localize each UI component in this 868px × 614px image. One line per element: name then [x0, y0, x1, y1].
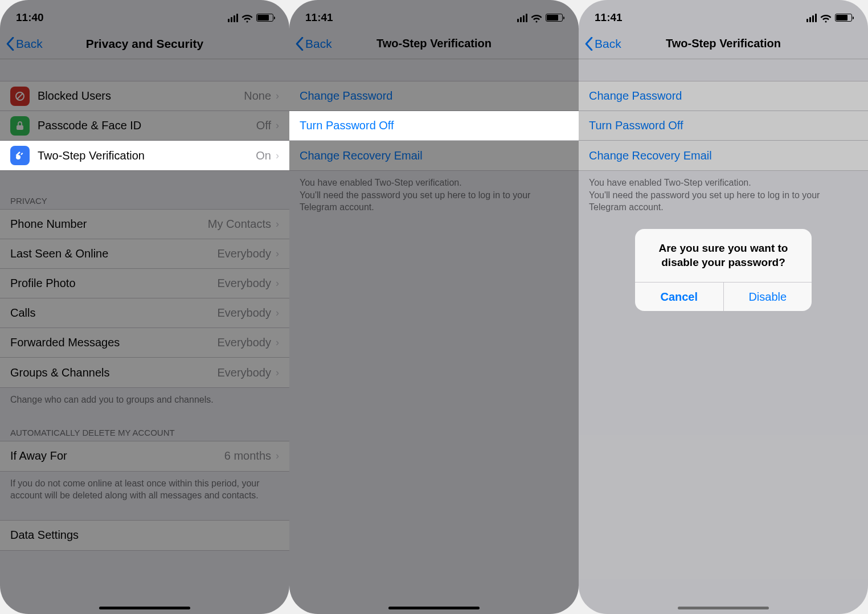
twostep-footer: You have enabled Two-Step verification. …: [289, 171, 579, 219]
privacy-group: Phone Number My Contacts › Last Seen & O…: [0, 209, 289, 388]
row-value: None: [244, 89, 271, 103]
row-groups-channels[interactable]: Groups & Channels Everybody ›: [0, 358, 289, 387]
svg-rect-2: [17, 125, 23, 130]
status-indicators: [228, 14, 273, 22]
row-label: Last Seen & Online: [10, 247, 218, 260]
chevron-right-icon: ›: [276, 248, 279, 260]
section-header-privacy: PRIVACY: [0, 193, 289, 209]
row-change-recovery-email[interactable]: Change Recovery Email: [289, 141, 579, 170]
row-label: Profile Photo: [10, 277, 218, 290]
row-turn-password-off[interactable]: Turn Password Off: [289, 111, 579, 141]
status-time: 11:40: [16, 11, 44, 24]
disable-button[interactable]: Disable: [724, 283, 812, 311]
row-calls[interactable]: Calls Everybody ›: [0, 298, 289, 328]
chevron-right-icon: ›: [276, 367, 279, 379]
row-value: Everybody: [218, 336, 272, 349]
row-value: 6 months: [224, 449, 271, 462]
row-label: Blocked Users: [38, 89, 244, 103]
blocked-icon: [10, 87, 30, 106]
alert-buttons: Cancel Disable: [635, 283, 812, 311]
svg-line-1: [17, 93, 23, 99]
row-value: On: [256, 149, 271, 162]
lock-icon: [10, 116, 30, 136]
svg-rect-5: [21, 153, 23, 155]
wifi-icon: [531, 14, 542, 22]
row-label: Groups & Channels: [10, 366, 218, 379]
settings-list[interactable]: Change Password Turn Password Off Change…: [289, 59, 579, 614]
row-value: Everybody: [218, 366, 272, 379]
back-label: Back: [16, 37, 43, 51]
delete-footer: If you do not come online at least once …: [0, 472, 289, 507]
twostep-group: Change Password Turn Password Off Change…: [289, 81, 579, 171]
battery-icon: [546, 14, 563, 22]
chevron-right-icon: ›: [276, 337, 279, 349]
cancel-button[interactable]: Cancel: [635, 283, 724, 311]
security-group: Blocked Users None › Passcode & Face ID …: [0, 81, 289, 171]
row-value: Off: [256, 119, 271, 132]
status-indicators: [517, 14, 563, 22]
confirm-disable-alert: Are you sure you want to disable your pa…: [635, 229, 812, 311]
row-label: Turn Password Off: [300, 119, 568, 132]
back-label: Back: [305, 37, 332, 51]
panel-two-step-1: 11:41 Back Two-Step Verification Change …: [289, 0, 579, 614]
status-bar: 11:41: [289, 0, 579, 28]
row-label: Change Password: [300, 89, 568, 103]
row-label: Change Recovery Email: [300, 149, 568, 162]
page-title: Privacy and Security: [0, 37, 289, 51]
row-label: If Away For: [10, 449, 224, 462]
row-phone-number[interactable]: Phone Number My Contacts ›: [0, 210, 289, 239]
chevron-right-icon: ›: [276, 120, 279, 132]
row-blocked-users[interactable]: Blocked Users None ›: [0, 81, 289, 111]
row-label: Calls: [10, 306, 218, 320]
row-passcode-faceid[interactable]: Passcode & Face ID Off ›: [0, 111, 289, 141]
row-last-seen[interactable]: Last Seen & Online Everybody ›: [0, 239, 289, 269]
chevron-left-icon: [6, 37, 15, 51]
chevron-right-icon: ›: [276, 150, 279, 162]
back-button[interactable]: Back: [295, 37, 332, 51]
chevron-right-icon: ›: [276, 90, 279, 102]
row-label: Data Settings: [10, 529, 279, 542]
page-title: Two-Step Verification: [289, 37, 579, 50]
nav-bar: Back Privacy and Security: [0, 28, 289, 59]
back-button[interactable]: Back: [6, 37, 43, 51]
row-if-away-for[interactable]: If Away For 6 months ›: [0, 441, 289, 471]
row-change-password[interactable]: Change Password: [289, 81, 579, 111]
home-indicator[interactable]: [99, 607, 190, 609]
row-data-settings[interactable]: Data Settings: [0, 521, 289, 550]
chevron-right-icon: ›: [276, 218, 279, 230]
chevron-left-icon: [295, 37, 304, 51]
alert-message: Are you sure you want to disable your pa…: [635, 229, 812, 283]
row-label: Forwarded Messages: [10, 336, 218, 349]
row-label: Passcode & Face ID: [38, 119, 256, 132]
cellular-icon: [517, 14, 527, 22]
key-icon: [10, 146, 30, 165]
row-value: Everybody: [218, 247, 272, 260]
row-value: My Contacts: [208, 218, 271, 231]
panel-privacy-security: 11:40 Back Privacy and Security Blocked …: [0, 0, 289, 614]
nav-bar: Back Two-Step Verification: [289, 28, 579, 59]
data-settings-group: Data Settings: [0, 520, 289, 551]
wifi-icon: [241, 14, 253, 22]
row-forwarded-messages[interactable]: Forwarded Messages Everybody ›: [0, 328, 289, 358]
chevron-right-icon: ›: [276, 307, 279, 319]
home-indicator[interactable]: [388, 607, 480, 609]
panel-two-step-alert: 11:41 Back Two-Step Verification Change …: [579, 0, 868, 614]
privacy-footer: Change who can add you to groups and cha…: [0, 388, 289, 412]
row-value: Everybody: [218, 277, 272, 290]
battery-icon: [256, 14, 273, 22]
status-time: 11:41: [305, 11, 333, 24]
alert-backdrop: Are you sure you want to disable your pa…: [579, 0, 868, 614]
row-two-step-verification[interactable]: Two-Step Verification On ›: [0, 141, 289, 170]
row-label: Phone Number: [10, 218, 208, 231]
cellular-icon: [228, 14, 238, 22]
status-bar: 11:40: [0, 0, 289, 28]
chevron-right-icon: ›: [276, 277, 279, 289]
row-value: Everybody: [218, 306, 272, 320]
chevron-right-icon: ›: [276, 450, 279, 462]
row-profile-photo[interactable]: Profile Photo Everybody ›: [0, 269, 289, 298]
row-label: Two-Step Verification: [38, 149, 256, 162]
delete-group: If Away For 6 months ›: [0, 441, 289, 472]
section-header-delete: AUTOMATICALLY DELETE MY ACCOUNT: [0, 424, 289, 441]
settings-list[interactable]: Blocked Users None › Passcode & Face ID …: [0, 59, 289, 614]
